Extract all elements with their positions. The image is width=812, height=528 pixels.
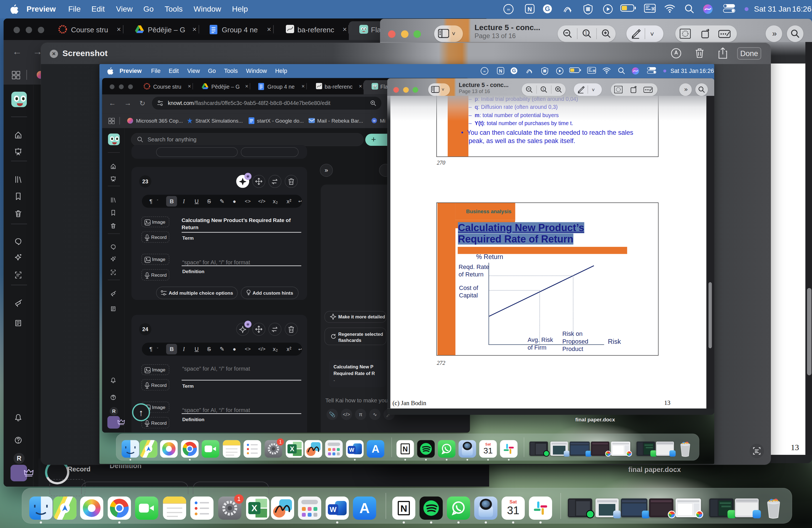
svg-text:N: N <box>499 69 502 74</box>
svg-text:∞: ∞ <box>507 7 510 12</box>
svg-text:∞: ∞ <box>483 70 485 73</box>
svg-text:N: N <box>527 6 532 13</box>
svg-text:⌘: ⌘ <box>651 6 655 11</box>
svg-text:w: w <box>373 119 376 122</box>
svg-text:G: G <box>545 5 550 12</box>
svg-text:1: 1 <box>585 31 588 35</box>
svg-text:1: 1 <box>542 87 545 91</box>
svg-text:G: G <box>512 68 516 73</box>
svg-text:⌘: ⌘ <box>592 69 596 73</box>
